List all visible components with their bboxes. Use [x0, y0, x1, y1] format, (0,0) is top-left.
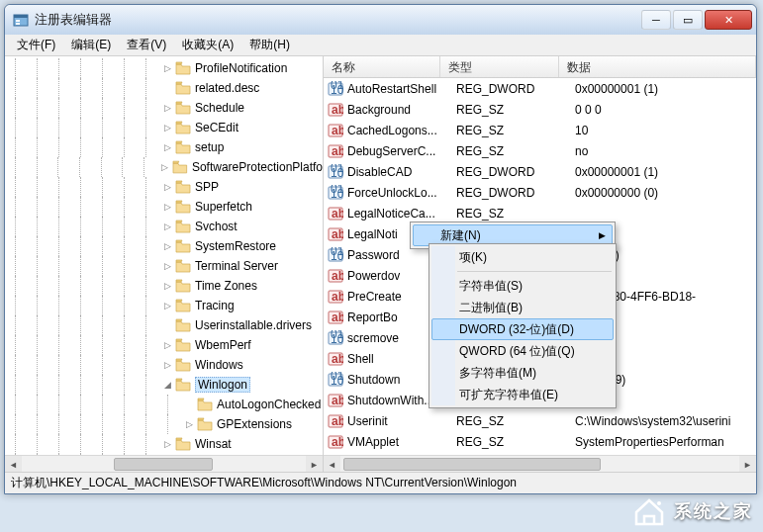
scroll-left-icon[interactable]: ◄ [5, 456, 22, 472]
tree-node[interactable]: ▷SystemRestore [5, 236, 323, 256]
scroll-right-icon[interactable]: ► [739, 456, 756, 472]
tree-label: SystemRestore [195, 239, 276, 253]
menu-separator [457, 271, 612, 272]
menu-4[interactable]: 帮助(H) [241, 35, 298, 55]
close-button[interactable]: ✕ [705, 10, 752, 30]
tree-node[interactable]: ▷Terminal Server [5, 256, 323, 276]
menu-3[interactable]: 收藏夹(A) [174, 35, 241, 55]
tree-node[interactable]: ▷AutoLogonChecked [5, 395, 323, 414]
status-path: 计算机\HKEY_LOCAL_MACHINE\SOFTWARE\Microsof… [11, 475, 517, 491]
value-type: REG_SZ [456, 414, 575, 428]
expand-icon[interactable]: ▷ [183, 418, 195, 430]
list-row[interactable]: 011100ForceUnlockLo...REG_DWORD0x0000000… [324, 182, 756, 203]
value-type: REG_SZ [456, 144, 575, 158]
expand-icon[interactable]: ▷ [161, 240, 173, 252]
tree-node[interactable]: ▷related.desc [5, 78, 323, 98]
column-name[interactable]: 名称 [324, 56, 440, 77]
expand-icon[interactable]: ▷ [161, 122, 173, 133]
value-data: 0x00000000 (0) [575, 186, 756, 200]
expand-icon[interactable]: ▷ [161, 260, 173, 272]
expand-icon[interactable]: ▷ [161, 438, 173, 450]
tree-node[interactable]: ▷Time Zones [5, 276, 323, 296]
tree-node[interactable]: ▷Tracing [5, 296, 323, 315]
window-controls: ─ ▭ ✕ [641, 10, 752, 30]
tree-label: Winsat [195, 437, 232, 451]
tree-node[interactable]: ▷Userinstallable.drivers [5, 315, 323, 335]
menubar: 文件(F)编辑(E)查看(V)收藏夹(A)帮助(H) [5, 35, 756, 56]
expand-icon[interactable]: ▷ [161, 221, 173, 232]
tree-label: GPExtensions [217, 417, 292, 431]
list-row[interactable]: 011100AutoRestartShellREG_DWORD0x0000000… [324, 78, 756, 99]
value-data: 10 [575, 124, 756, 137]
tree-hscrollbar[interactable]: ◄ ► [5, 455, 323, 472]
menu-item[interactable]: 可扩充字符串值(E) [431, 384, 614, 405]
menu-item[interactable]: 项(K) [431, 246, 614, 268]
tree-node[interactable]: ▷SoftwareProtectionPlatfo [5, 157, 323, 177]
value-data: no [575, 144, 756, 158]
restore-button[interactable]: ▭ [673, 10, 703, 30]
expand-icon[interactable]: ▷ [161, 62, 173, 74]
scroll-right-icon[interactable]: ► [306, 456, 323, 472]
menu-1[interactable]: 编辑(E) [63, 35, 119, 55]
collapse-icon[interactable]: ◢ [161, 379, 173, 391]
expand-icon[interactable]: ▷ [161, 181, 173, 193]
scroll-left-icon[interactable]: ◄ [324, 456, 340, 472]
menu-item[interactable]: 字符串值(S) [431, 275, 614, 297]
context-submenu-new[interactable]: 项(K)字符串值(S)二进制值(B)DWORD (32-位)值(D)QWORD … [429, 243, 617, 408]
value-name: DisableCAD [347, 165, 456, 179]
scroll-thumb[interactable] [343, 458, 601, 471]
menu-item[interactable]: QWORD (64 位)值(Q) [431, 340, 614, 362]
window-title: 注册表编辑器 [35, 11, 641, 29]
titlebar[interactable]: 注册表编辑器 ─ ▭ ✕ [5, 5, 756, 35]
menu-item[interactable]: DWORD (32-位)值(D) [431, 318, 614, 340]
value-name: LegalNoticeCa... [347, 207, 456, 221]
expand-icon[interactable]: ▷ [161, 280, 173, 292]
tree-node[interactable]: ▷SPP [5, 177, 323, 197]
expand-icon[interactable]: ▷ [161, 300, 173, 311]
list-row[interactable]: 011100DisableCADREG_DWORD0x00000001 (1) [324, 161, 756, 182]
tree-label: SeCEdit [195, 121, 238, 134]
tree-node[interactable]: ▷Svchost [5, 217, 323, 236]
expand-icon[interactable]: ▷ [159, 161, 171, 173]
menu-item[interactable]: 二进制值(B) [431, 297, 614, 318]
list-row[interactable]: abUserinitREG_SZC:\Windows\system32\user… [324, 410, 756, 431]
menu-2[interactable]: 查看(V) [119, 35, 174, 55]
tree-label: Tracing [195, 299, 235, 312]
svg-text:100: 100 [331, 374, 343, 388]
tree-label: Terminal Server [195, 259, 278, 273]
tree-node[interactable]: ▷ProfileNotification [5, 58, 323, 78]
tree-panel: ▷ProfileNotification▷related.desc▷Schedu… [5, 56, 324, 472]
tree-node[interactable]: ◢Winlogon [5, 375, 323, 395]
tree-node[interactable]: ▷Winsat [5, 434, 323, 454]
expand-icon[interactable]: ▷ [161, 339, 173, 351]
svg-text:ab: ab [332, 269, 343, 283]
column-type[interactable]: 类型 [440, 56, 559, 77]
menu-item[interactable]: 多字符串值(M) [431, 362, 614, 384]
tree-node[interactable]: ▷setup [5, 137, 323, 157]
list-row[interactable]: abLegalNoticeCa...REG_SZ [324, 203, 756, 223]
expand-icon[interactable]: ▷ [161, 201, 173, 213]
tree-node[interactable]: ▷Windows [5, 355, 323, 375]
list-row[interactable]: abVMAppletREG_SZSystemPropertiesPerforma… [324, 431, 756, 452]
tree-node[interactable]: ▷Schedule [5, 98, 323, 118]
tree-view[interactable]: ▷ProfileNotification▷related.desc▷Schedu… [5, 56, 323, 455]
tree-node[interactable]: ▷WbemPerf [5, 335, 323, 355]
menu-0[interactable]: 文件(F) [9, 35, 63, 55]
expand-icon[interactable]: ▷ [161, 359, 173, 371]
expand-icon[interactable]: ▷ [161, 141, 173, 153]
column-data[interactable]: 数据 [559, 56, 756, 77]
list-row[interactable]: abBackgroundREG_SZ0 0 0 [324, 99, 756, 120]
expand-icon[interactable]: ▷ [161, 102, 173, 114]
tree-label: AutoLogonChecked [217, 398, 321, 411]
value-type: REG_SZ [456, 435, 575, 449]
list-row[interactable]: abCachedLogons...REG_SZ10 [324, 120, 756, 140]
scroll-thumb[interactable] [114, 458, 213, 471]
value-data: C:\Windows\system32\userini [575, 414, 756, 428]
list-hscrollbar[interactable]: ◄ ► [324, 455, 756, 472]
list-row[interactable]: abDebugServerC...REG_SZno [324, 140, 756, 161]
minimize-button[interactable]: ─ [641, 10, 671, 30]
tree-node[interactable]: ▷GPExtensions [5, 414, 323, 434]
tree-node[interactable]: ▷SeCEdit [5, 118, 323, 137]
tree-node[interactable]: ▷Superfetch [5, 197, 323, 217]
value-name: DebugServerC... [347, 144, 456, 158]
